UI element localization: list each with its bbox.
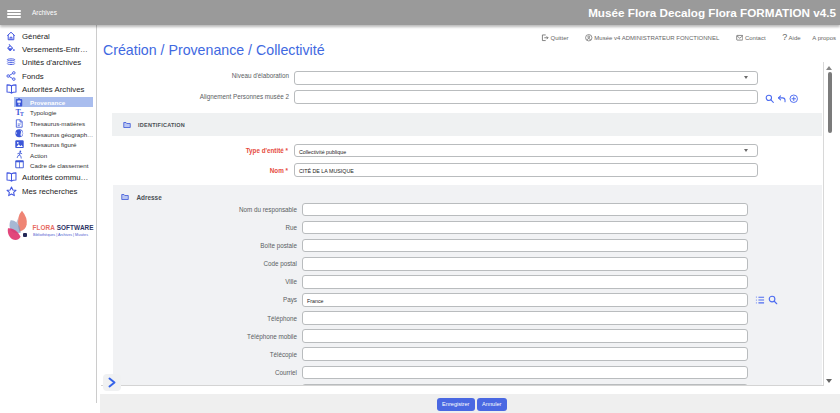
svg-text:T: T (20, 111, 24, 117)
